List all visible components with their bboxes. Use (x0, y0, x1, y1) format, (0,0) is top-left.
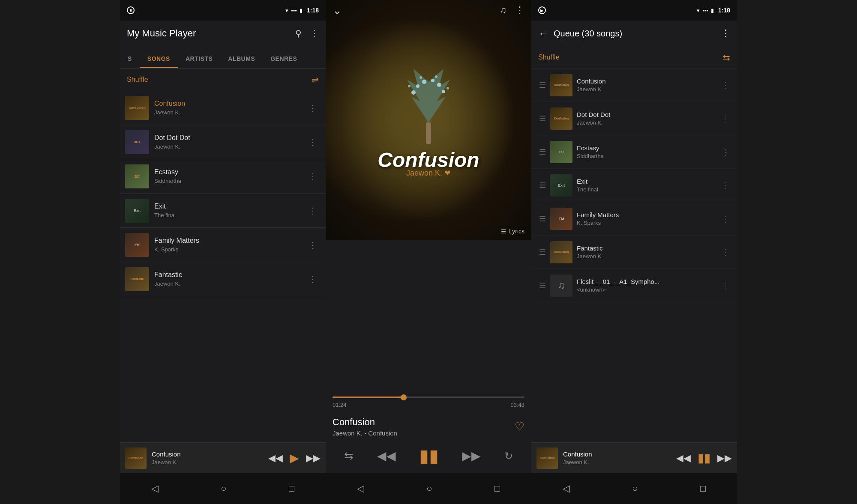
queue-item-dotdotdot[interactable]: ☰ Confusion Dot Dot Dot Jaewon K. ⋮ (531, 102, 737, 135)
queue-thumb-fantastic: Confusion (550, 241, 572, 263)
song-item-family[interactable]: FM Family Matters K. Sparks ⋮ (120, 228, 326, 262)
time-current: 01:24 (333, 402, 347, 408)
back-nav-3[interactable]: ◁ (563, 483, 570, 494)
progress-fill (333, 397, 404, 398)
queue-item-ecstasy[interactable]: ☰ EC Ecstasy Siddhartha ⋮ (531, 135, 737, 169)
queue-song-title-family: Family Matters (577, 211, 714, 218)
song-item-exit[interactable]: Exit Exit The final ⋮ (120, 194, 326, 228)
song-thumb-family: FM (125, 233, 149, 257)
now-playing-bar-1[interactable]: Confusion Confusion Jaewon K. ◀◀ ▶ ▶▶ (120, 442, 326, 473)
song-item-fantastic[interactable]: Fantastic Fantastic Jaewon K. ⋮ (120, 262, 326, 296)
np-artist-3: Jaewon K. (563, 459, 671, 465)
drag-handle-fantastic[interactable]: ☰ (535, 248, 550, 257)
queue-more-family[interactable]: ⋮ (718, 210, 734, 227)
queue-shuffle-label[interactable]: Shuffle (538, 54, 560, 61)
prev-control[interactable]: ◀◀ (377, 449, 396, 463)
recent-nav-3[interactable]: □ (700, 483, 706, 494)
favorite-button[interactable]: ♡ (515, 420, 524, 433)
status-icons-3: ▾ ▪▪▪ ▮ 1:18 (697, 7, 730, 14)
shuffle-control[interactable]: ⇆ (344, 449, 354, 462)
song-more-confusion[interactable]: ⋮ (305, 99, 321, 116)
queue-song-title-ecstasy: Ecstasy (577, 144, 714, 152)
tab-artists[interactable]: ARTISTS (178, 50, 220, 68)
home-nav-3[interactable]: ○ (632, 483, 638, 494)
song-more-ecstasy[interactable]: ⋮ (305, 168, 321, 185)
drag-handle-family[interactable]: ☰ (535, 214, 550, 224)
song-title-family: Family Matters (154, 237, 300, 245)
more-options-icon[interactable]: ⋮ (310, 28, 319, 39)
queue-song-artist-ecstasy: Siddhartha (577, 153, 714, 159)
now-playing-bar-3[interactable]: Confusion Confusion Jaewon K. ◀◀ ▮▮ ▶▶ (531, 442, 737, 473)
song-thumb-dotdotdot: DDT (125, 130, 149, 154)
recent-nav-2[interactable]: □ (494, 483, 500, 494)
back-nav-1[interactable]: ◁ (151, 483, 159, 494)
np-thumb-1: Confusion (125, 447, 147, 469)
queue-item-confusion[interactable]: ☰ Confusion Confusion Jaewon K. ⋮ (531, 69, 737, 102)
queue-song-title-exit: Exit (577, 178, 714, 185)
collapse-icon[interactable]: ⌄ (333, 4, 342, 17)
song-item-confusion[interactable]: Confusion Confusion Jaewon K. ⋮ (120, 91, 326, 125)
screen1-phone: ⏸ ▾ ▪▪▪ ▮ 1:18 My Music Player ⚲ ⋮ S SON… (120, 0, 326, 504)
next-button-3[interactable]: ▶▶ (717, 453, 732, 464)
tab-s[interactable]: S (120, 50, 140, 68)
tab-albums[interactable]: ALBUMS (220, 50, 263, 68)
prev-button-1[interactable]: ◀◀ (268, 453, 283, 464)
progress-knob[interactable] (401, 394, 407, 400)
queue-item-fleslit[interactable]: ☰ ♫ Fleslit_-_01_-_A1_Sympho... <unknown… (531, 269, 737, 302)
song-more-exit[interactable]: ⋮ (305, 202, 321, 219)
queue-more-exit[interactable]: ⋮ (718, 177, 734, 194)
queue-icon[interactable]: ♫ (500, 5, 507, 16)
lyrics-button[interactable]: ☰ Lyrics (501, 228, 524, 235)
shuffle-label-1[interactable]: Shuffle (127, 76, 148, 84)
repeat-control[interactable]: ↻ (504, 450, 513, 462)
queue-more-fantastic[interactable]: ⋮ (718, 244, 734, 261)
song-artist-ecstasy: Siddhartha (154, 178, 300, 184)
queue-item-fantastic[interactable]: ☰ Confusion Fantastic Jaewon K. ⋮ (531, 236, 737, 269)
drag-handle-dotdotdot[interactable]: ☰ (535, 114, 550, 123)
svg-point-9 (420, 76, 422, 79)
song-more-dotdotdot[interactable]: ⋮ (305, 134, 321, 151)
song-info-family: Family Matters K. Sparks (149, 237, 305, 253)
queue-item-family[interactable]: ☰ FM Family Matters K. Sparks ⋮ (531, 202, 737, 236)
svg-point-4 (431, 79, 434, 82)
search-icon[interactable]: ⚲ (295, 28, 302, 39)
drag-handle-exit[interactable]: ☰ (535, 181, 550, 190)
song-more-fantastic[interactable]: ⋮ (305, 271, 321, 288)
song-item-ecstasy[interactable]: EC Ecstasy Siddhartha ⋮ (120, 159, 326, 194)
song-thumb-fantastic: Fantastic (125, 267, 149, 291)
screen2-player: ▶ ▾ ▪▪▪ ▮ 1:18 ⌄ ♫ ⋮ (326, 0, 531, 504)
drag-handle-confusion[interactable]: ☰ (535, 81, 550, 90)
back-button-queue[interactable]: ← (538, 27, 548, 39)
song-more-family[interactable]: ⋮ (305, 236, 321, 253)
status-icons-1: ▾ ▪▪▪ ▮ 1:18 (285, 7, 319, 14)
queue-more-dotdotdot[interactable]: ⋮ (718, 110, 734, 127)
song-item-dotdotdot[interactable]: DDT Dot Dot Dot Jaewon K. ⋮ (120, 125, 326, 159)
play-button-1[interactable]: ▶ (290, 451, 299, 465)
queue-more-confusion[interactable]: ⋮ (718, 77, 734, 94)
queue-more-ecstasy[interactable]: ⋮ (718, 143, 734, 161)
prev-button-3[interactable]: ◀◀ (676, 453, 691, 464)
drag-handle-fleslit[interactable]: ☰ (535, 281, 550, 290)
drag-handle-ecstasy[interactable]: ☰ (535, 147, 550, 157)
back-nav-2[interactable]: ◁ (357, 483, 364, 494)
song-info-ecstasy: Ecstasy Siddhartha (149, 168, 305, 184)
np-thumb-3: Confusion (536, 447, 558, 469)
pause-control[interactable]: ▮▮ (419, 445, 439, 466)
queue-more-options[interactable]: ⋮ (721, 28, 730, 39)
pause-button-3[interactable]: ▮▮ (698, 451, 710, 465)
tab-genres[interactable]: GENRES (263, 50, 305, 68)
home-nav-2[interactable]: ○ (426, 483, 432, 494)
shuffle-icon-1[interactable]: ⇌ (312, 75, 319, 85)
lyrics-icon: ☰ (501, 228, 506, 235)
song-info-fantastic: Fantastic Jaewon K. (149, 271, 305, 287)
next-button-1[interactable]: ▶▶ (306, 453, 321, 464)
progress-bar[interactable] (333, 397, 524, 398)
queue-more-fleslit[interactable]: ⋮ (718, 277, 734, 294)
queue-item-exit[interactable]: ☰ Exit Exit The final ⋮ (531, 169, 737, 202)
more-options-icon-2[interactable]: ⋮ (515, 5, 524, 16)
tab-songs[interactable]: SONGS (140, 50, 178, 68)
recent-nav-1[interactable]: □ (289, 483, 294, 494)
queue-shuffle-icon[interactable]: ⇆ (723, 52, 730, 63)
next-control[interactable]: ▶▶ (462, 449, 481, 463)
home-nav-1[interactable]: ○ (221, 483, 226, 494)
